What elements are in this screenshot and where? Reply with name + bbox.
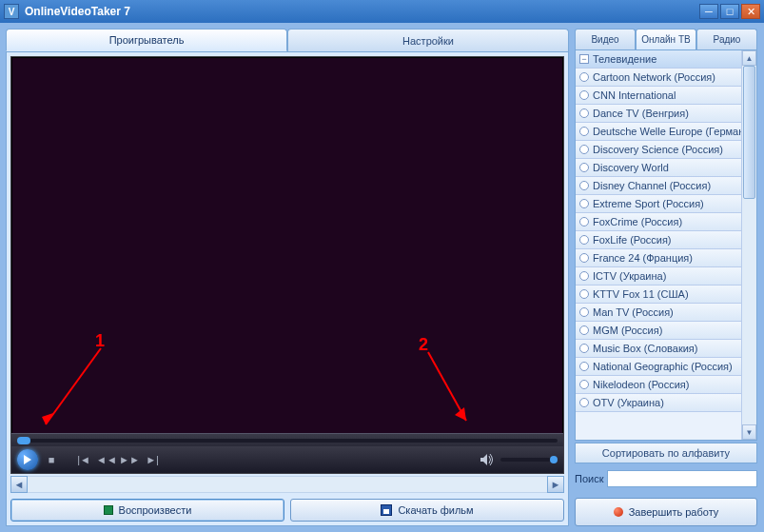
- next-track-button[interactable]: ►|: [143, 450, 162, 469]
- channel-name: Dance TV (Венгрия): [593, 108, 689, 119]
- volume-thumb[interactable]: [550, 456, 558, 463]
- scroll-left-button[interactable]: ◄: [10, 476, 28, 493]
- player-controls: ■ |◄ ◄◄ ►► ►|: [11, 446, 563, 473]
- play-action-button[interactable]: Воспроизвести: [10, 499, 284, 522]
- channel-item[interactable]: FoxCrime (Россия): [576, 213, 741, 231]
- radio-icon: [579, 163, 589, 172]
- channel-item[interactable]: KTTV Fox 11 (США): [576, 286, 741, 304]
- channel-category-header[interactable]: −Телевидение: [576, 50, 741, 69]
- main-tab-strip: Проигрыватель Настройки: [6, 29, 569, 51]
- quit-button[interactable]: Завершить работу: [575, 498, 757, 526]
- radio-icon: [579, 90, 589, 100]
- tab-settings[interactable]: Настройки: [287, 29, 569, 51]
- channel-name: ICTV (Украина): [593, 270, 666, 282]
- channel-item[interactable]: Deutsche Welle Europe (Герман: [576, 123, 741, 141]
- quit-label: Завершить работу: [629, 506, 719, 518]
- window-title: OnlineVideoTaker 7: [25, 5, 699, 18]
- svg-marker-4: [24, 455, 31, 464]
- channel-item[interactable]: CNN International: [576, 87, 741, 105]
- scroll-down-button[interactable]: ▼: [742, 424, 756, 440]
- channel-item[interactable]: Music Box (Словакия): [576, 340, 741, 358]
- channel-scrollbar[interactable]: ▲ ▼: [741, 50, 756, 440]
- channel-name: OTV (Украина): [593, 397, 664, 408]
- channel-item[interactable]: ICTV (Украина): [576, 267, 741, 286]
- seek-bar[interactable]: [11, 433, 563, 446]
- channel-item[interactable]: FoxLife (Россия): [576, 231, 741, 249]
- radio-icon: [579, 217, 589, 227]
- channel-item[interactable]: Cartoon Network (Россия): [576, 69, 741, 87]
- radio-icon: [579, 362, 589, 371]
- channel-name: Extreme Sport (Россия): [593, 198, 704, 209]
- channel-name: Disney Channel (Россия): [593, 180, 711, 191]
- channel-item[interactable]: Man TV (Россия): [576, 304, 741, 322]
- play-button[interactable]: [17, 449, 38, 470]
- channel-name: Discovery Science (Россия): [593, 144, 723, 155]
- horizontal-scrollbar[interactable]: ◄ ►: [10, 476, 564, 493]
- download-button[interactable]: Скачать фильм: [290, 499, 564, 522]
- radio-icon: [579, 289, 589, 299]
- tab-video[interactable]: Видео: [575, 29, 636, 49]
- tab-player[interactable]: Проигрыватель: [6, 29, 287, 51]
- volume-icon[interactable]: [478, 450, 497, 469]
- right-tab-strip: Видео Онлайн ТВ Радио: [575, 29, 757, 49]
- download-label: Скачать фильм: [398, 504, 473, 516]
- channel-name: KTTV Fox 11 (США): [593, 288, 689, 300]
- radio-icon: [579, 325, 589, 335]
- scroll-right-button[interactable]: ►: [547, 476, 564, 493]
- radio-icon: [579, 235, 589, 245]
- tab-radio[interactable]: Радио: [696, 29, 757, 49]
- sort-button[interactable]: Сортировать по алфавиту: [575, 443, 757, 463]
- tab-online-tv[interactable]: Онлайн ТВ: [636, 29, 696, 49]
- radio-icon: [579, 72, 589, 82]
- play-action-label: Воспроизвести: [119, 504, 192, 516]
- channel-name: Music Box (Словакия): [593, 343, 697, 354]
- channel-item[interactable]: Extreme Sport (Россия): [576, 195, 741, 213]
- radio-icon: [579, 398, 589, 407]
- seek-thumb[interactable]: [17, 437, 30, 444]
- prev-track-button[interactable]: |◄: [74, 450, 93, 469]
- video-surface[interactable]: [12, 58, 562, 472]
- play-icon: [104, 505, 113, 515]
- channel-name: FoxCrime (Россия): [593, 216, 682, 227]
- channel-name: FoxLife (Россия): [593, 234, 672, 246]
- radio-icon: [579, 344, 589, 353]
- maximize-button[interactable]: □: [720, 4, 739, 19]
- titlebar: V OnlineVideoTaker 7 ─ □ ✕: [0, 0, 764, 23]
- video-container: 1 2: [10, 56, 564, 474]
- stop-icon: [614, 507, 623, 517]
- channel-item[interactable]: National Geographic (Россия): [576, 358, 741, 376]
- close-button[interactable]: ✕: [741, 4, 760, 19]
- channel-name: Man TV (Россия): [593, 306, 674, 318]
- channel-category-label: Телевидение: [593, 53, 656, 65]
- channel-name: Cartoon Network (Россия): [593, 71, 715, 83]
- channel-name: Discovery World: [593, 162, 669, 173]
- radio-icon: [579, 181, 589, 190]
- channel-name: CNN International: [593, 89, 676, 101]
- collapse-icon: −: [579, 54, 589, 64]
- stop-button[interactable]: ■: [42, 450, 61, 469]
- channel-item[interactable]: Discovery Science (Россия): [576, 141, 741, 159]
- channel-name: Deutsche Welle Europe (Герман: [593, 126, 741, 137]
- channel-item[interactable]: OTV (Украина): [576, 394, 741, 412]
- scroll-thumb[interactable]: [743, 66, 755, 199]
- channel-list: −ТелевидениеCartoon Network (Россия)CNN …: [575, 49, 757, 441]
- radio-icon: [579, 108, 589, 118]
- channel-item[interactable]: France 24 (Франция): [576, 249, 741, 267]
- channel-item[interactable]: MGM (Россия): [576, 322, 741, 340]
- save-icon: [381, 504, 392, 516]
- channel-name: National Geographic (Россия): [593, 361, 733, 372]
- channel-name: France 24 (Франция): [593, 252, 693, 264]
- scroll-up-button[interactable]: ▲: [742, 50, 756, 66]
- radio-icon: [579, 145, 589, 154]
- channel-item[interactable]: Dance TV (Венгрия): [576, 105, 741, 123]
- app-icon: V: [4, 4, 19, 19]
- channel-item[interactable]: Nikelodeon (Россия): [576, 376, 741, 394]
- rewind-button[interactable]: ◄◄: [97, 450, 116, 469]
- channel-item[interactable]: Discovery World: [576, 159, 741, 177]
- minimize-button[interactable]: ─: [699, 4, 718, 19]
- forward-button[interactable]: ►►: [120, 450, 139, 469]
- volume-slider[interactable]: [500, 458, 558, 462]
- search-input[interactable]: [607, 470, 757, 487]
- channel-item[interactable]: Disney Channel (Россия): [576, 177, 741, 195]
- svg-marker-5: [480, 454, 487, 465]
